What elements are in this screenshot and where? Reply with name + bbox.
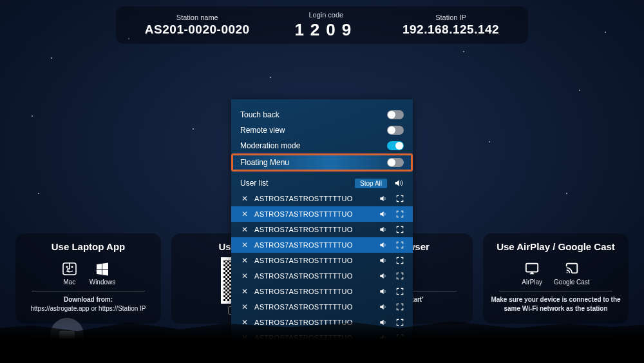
toggle-row-remote-view: Remote view: [240, 123, 404, 138]
toggle-switch[interactable]: [387, 158, 404, 167]
divider: [32, 291, 144, 291]
remove-user-icon[interactable]: ✕: [242, 194, 248, 203]
fullscreen-icon[interactable]: [395, 317, 405, 328]
user-row[interactable]: ✕ASTROS7ASTROSTTTTTUO: [231, 268, 413, 284]
volume-icon[interactable]: [378, 317, 388, 328]
svg-point-1: [66, 266, 68, 268]
station-info-bar: Station name AS201-0020-0020 Login code …: [116, 6, 528, 44]
card-laptop-app: Use Laptop App Mac Windows Download from…: [15, 233, 161, 324]
user-list: ✕ASTROS7ASTROSTTTTTUO✕ASTROS7ASTROSTTTTT…: [231, 191, 413, 350]
remove-user-icon[interactable]: ✕: [242, 271, 248, 280]
user-name: ASTROS7ASTROSTTTTTUO: [254, 195, 372, 202]
toggle-label: Touch back: [240, 110, 279, 119]
fullscreen-icon[interactable]: [395, 209, 405, 219]
card-airplay-cast: Use AirPlay / Google Cast AirPlay Google…: [483, 233, 629, 324]
user-name: ASTROS7ASTROSTTTTTUO: [254, 334, 372, 342]
remove-user-icon[interactable]: ✕: [242, 318, 248, 327]
airplay-option[interactable]: AirPlay: [522, 261, 542, 286]
user-name: ASTROS7ASTROSTTTTTUO: [254, 241, 372, 249]
volume-icon[interactable]: [378, 255, 388, 266]
fullscreen-icon[interactable]: [395, 224, 405, 235]
user-row[interactable]: ✕ASTROS7ASTROSTTTTTUO: [231, 206, 413, 222]
volume-icon[interactable]: [378, 333, 388, 343]
remove-user-icon[interactable]: ✕: [242, 256, 248, 265]
toggle-switch[interactable]: [387, 110, 404, 119]
download-info: Download from: https://astrogate.app or …: [31, 295, 146, 313]
remote-count: Remote : 10: [303, 353, 337, 360]
remove-user-icon[interactable]: ✕: [242, 240, 248, 250]
user-row[interactable]: ✕ASTROS7ASTROSTTTTTUO: [231, 222, 413, 237]
station-name-value: AS201-0020-0020: [145, 23, 250, 37]
user-row[interactable]: ✕ASTROS7ASTROSTTTTTUO: [231, 330, 413, 346]
user-name: ASTROS7ASTROSTTTTTUO: [254, 257, 372, 264]
fullscreen-icon[interactable]: [395, 240, 405, 250]
login-code-value: 1209: [294, 20, 357, 40]
user-row[interactable]: ✕ASTROS7ASTROSTTTTTUO: [231, 237, 413, 253]
panel-footer: Connection : 10 Remote : 10: [231, 350, 413, 363]
card-title: Use Laptop App: [52, 241, 125, 252]
remove-user-icon[interactable]: ✕: [242, 210, 248, 219]
fullscreen-icon[interactable]: [395, 333, 405, 343]
volume-icon[interactable]: [378, 224, 388, 235]
remove-user-icon[interactable]: ✕: [242, 287, 248, 296]
volume-icon[interactable]: [378, 286, 388, 297]
user-name: ASTROS7ASTROSTTTTTUO: [254, 288, 372, 295]
card-title: Use AirPlay / Google Cast: [497, 241, 615, 252]
station-ip-label: Station IP: [402, 14, 499, 21]
fullscreen-icon[interactable]: [395, 286, 405, 297]
station-name-label: Station name: [145, 14, 250, 21]
station-ip-value: 192.168.125.142: [402, 23, 499, 37]
user-row[interactable]: ✕ASTROS7ASTROSTTTTTUO: [231, 299, 413, 315]
login-code-label: Login code: [294, 11, 357, 19]
volume-icon[interactable]: [378, 271, 388, 281]
user-row[interactable]: ✕ASTROS7ASTROSTTTTTUO: [231, 253, 413, 268]
googlecast-option[interactable]: Google Cast: [554, 261, 590, 286]
toggle-row-floating-menu: Floating Menu: [231, 153, 413, 172]
windows-icon: [94, 261, 111, 277]
toggle-group: Touch backRemote viewModeration modeFloa…: [231, 99, 413, 175]
toggle-row-moderation-mode: Moderation mode: [240, 138, 404, 153]
volume-icon[interactable]: [393, 178, 404, 188]
toggle-label: Moderation mode: [240, 141, 300, 150]
remove-user-icon[interactable]: ✕: [242, 225, 248, 234]
volume-icon[interactable]: [378, 240, 388, 250]
moderation-panel: Touch backRemote viewModeration modeFloa…: [231, 99, 413, 363]
user-list-label: User list: [240, 179, 268, 188]
mac-label: Mac: [63, 279, 75, 286]
connection-count: Connection : 10: [240, 353, 285, 360]
station-ip-block: Station IP 192.168.125.142: [402, 14, 499, 37]
divider: [499, 291, 612, 291]
user-name: ASTROS7ASTROSTTTTTUO: [254, 210, 372, 218]
volume-icon[interactable]: [378, 193, 388, 204]
windows-option[interactable]: Windows: [90, 261, 116, 286]
user-row[interactable]: ✕ASTROS7ASTROSTTTTTUO: [231, 284, 413, 299]
remove-user-icon[interactable]: ✕: [242, 302, 248, 311]
user-name: ASTROS7ASTROSTTTTTUO: [254, 303, 372, 311]
user-row[interactable]: ✕ASTROS7ASTROSTTTTTUO: [231, 315, 413, 330]
remove-user-icon[interactable]: ✕: [242, 333, 248, 342]
stop-all-button[interactable]: Stop All: [355, 179, 387, 188]
floating-menu-button[interactable]: [50, 318, 84, 351]
toggle-row-touch-back: Touch back: [240, 107, 404, 123]
svg-point-2: [71, 266, 73, 268]
svg-rect-4: [526, 264, 538, 272]
fullscreen-icon[interactable]: [395, 271, 405, 281]
user-row[interactable]: ✕ASTROS7ASTROSTTTTTUO: [231, 191, 413, 206]
toggle-label: Remote view: [240, 126, 285, 135]
download-label: Download from:: [64, 296, 113, 303]
cast-instruction: Make sure your device is connected to th…: [489, 295, 622, 313]
download-urls: https://astrogate.app or https://Station…: [31, 305, 146, 312]
volume-icon[interactable]: [378, 302, 388, 312]
fullscreen-icon[interactable]: [395, 302, 405, 312]
user-name: ASTROS7ASTROSTTTTTUO: [254, 319, 372, 326]
volume-icon[interactable]: [378, 209, 388, 219]
mac-option[interactable]: Mac: [61, 261, 78, 286]
airplay-label: AirPlay: [522, 279, 542, 286]
airplay-icon: [524, 261, 540, 277]
fullscreen-icon[interactable]: [395, 193, 405, 204]
toggle-switch[interactable]: [387, 126, 404, 135]
station-name-block: Station name AS201-0020-0020: [145, 14, 250, 37]
fullscreen-icon[interactable]: [395, 255, 405, 266]
toggle-switch[interactable]: [387, 141, 404, 150]
login-code-block: Login code 1209: [294, 11, 357, 40]
